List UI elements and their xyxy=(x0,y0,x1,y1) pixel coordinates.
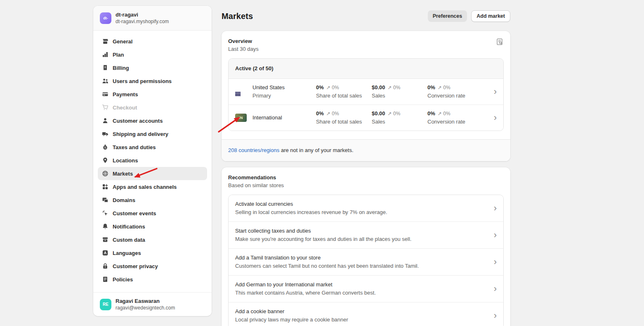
sidebar-item-label: Taxes and duties xyxy=(113,144,156,150)
chevron-right-icon: › xyxy=(489,88,497,95)
chevron-right-icon: › xyxy=(489,231,497,239)
recommendation-description: This market contains Austria, where Germ… xyxy=(235,289,489,297)
markets-globe-icon xyxy=(101,170,109,177)
stat-label: Conversion rate xyxy=(427,118,489,126)
sidebar-item-label: Customer privacy xyxy=(113,263,158,269)
sidebar-item-label: Customer events xyxy=(113,210,156,217)
stat-delta: 0% xyxy=(332,111,339,117)
recommendation-row-german-market[interactable]: Add German to your International market … xyxy=(229,275,503,302)
store-domain: dt-ragavi.myshopify.com xyxy=(116,18,169,25)
sidebar-item-label: Domains xyxy=(113,197,135,203)
sidebar-item-locations[interactable]: Locations xyxy=(98,154,207,167)
users-icon xyxy=(101,78,109,85)
person-icon xyxy=(101,117,109,124)
preferences-button[interactable]: Preferences xyxy=(428,10,467,22)
recommendation-title: Add a Tamil translation to your store xyxy=(235,254,489,262)
view-report-button[interactable] xyxy=(494,36,505,48)
sidebar-item-plan[interactable]: Plan xyxy=(98,48,207,61)
stat-share-of-sales: 0%↗ 0% Share of total sales xyxy=(316,83,372,100)
stat-delta: 0% xyxy=(443,85,450,90)
stat-sales: $0.00↗ 0% Sales xyxy=(372,83,427,100)
sidebar-item-taxes-duties[interactable]: Taxes and duties xyxy=(98,140,207,154)
increase-arrow-icon: ↗ xyxy=(326,111,330,117)
stat-label: Conversion rate xyxy=(427,92,489,100)
recommendations-card: Recommendations Based on similar stores … xyxy=(222,167,510,326)
sidebar-item-languages[interactable]: Languages xyxy=(98,246,207,259)
stat-conversion-rate: 0%↗ 0% Conversion rate xyxy=(427,109,489,126)
recommendation-title: Add a cookie banner xyxy=(235,307,489,316)
stat-value: $0.00 xyxy=(372,109,385,118)
bell-icon xyxy=(101,223,109,230)
sidebar-item-label: General xyxy=(113,38,132,45)
sidebar-item-users-permissions[interactable]: Users and permissions xyxy=(98,74,207,88)
sidebar-item-apps-sales-channels[interactable]: Apps and sales channels xyxy=(98,180,207,193)
sidebar-item-label: Plan xyxy=(113,52,124,58)
page-header: Markets Preferences Add market xyxy=(222,10,510,22)
stat-label: Share of total sales xyxy=(316,92,372,100)
sidebar-item-markets[interactable]: Markets xyxy=(98,167,207,180)
user-avatar: RE xyxy=(100,299,111,310)
sidebar-item-general[interactable]: General xyxy=(98,35,207,48)
sidebar-item-label: Shipping and delivery xyxy=(113,131,168,137)
recommendation-description: Make sure you're accounting for taxes an… xyxy=(235,235,489,243)
sidebar-item-notifications[interactable]: Notifications xyxy=(98,220,207,233)
market-name: United States xyxy=(252,83,316,92)
overview-subtitle: Last 30 days xyxy=(228,45,259,53)
languages-icon xyxy=(101,250,109,257)
recommendation-row-local-currencies[interactable]: Activate local currencies Selling in loc… xyxy=(229,195,503,221)
stat-value: 0% xyxy=(427,109,435,118)
active-markets-header: Active (2 of 50) xyxy=(229,59,503,79)
sidebar-item-custom-data[interactable]: Custom data xyxy=(98,233,207,246)
market-row-united-states[interactable]: United States Primary 0%↗ 0% Share of to… xyxy=(229,79,503,105)
recommendation-row-cookie-banner[interactable]: Add a cookie banner Local privacy laws m… xyxy=(229,302,503,326)
policies-document-icon xyxy=(101,276,109,283)
market-name: International xyxy=(252,114,316,122)
store-icon xyxy=(101,38,109,45)
increase-arrow-icon: ↗ xyxy=(388,111,392,117)
increase-arrow-icon: ↗ xyxy=(326,85,330,90)
chevron-right-icon: › xyxy=(489,312,497,319)
user-name: Ragavi Easwaran xyxy=(116,297,175,305)
sidebar-item-policies[interactable]: Policies xyxy=(98,273,207,286)
store-name: dt-ragavi xyxy=(116,11,169,18)
billing-icon xyxy=(101,64,109,71)
lock-icon xyxy=(101,263,109,270)
countries-regions-link[interactable]: 208 countries/regions xyxy=(228,147,279,153)
chevron-right-icon: › xyxy=(489,114,497,121)
stat-label: Sales xyxy=(372,118,427,126)
add-market-button[interactable]: Add market xyxy=(471,10,510,22)
sidebar-item-billing[interactable]: Billing xyxy=(98,61,207,74)
sidebar-item-checkout: Checkout xyxy=(98,101,207,114)
recommendations-list: Activate local currencies Selling in loc… xyxy=(228,195,504,326)
sidebar-item-label: Apps and sales channels xyxy=(113,184,177,190)
checkout-cart-icon xyxy=(101,104,109,111)
recommendation-row-tamil-translation[interactable]: Add a Tamil translation to your store Cu… xyxy=(229,248,503,275)
sidebar-item-shipping-delivery[interactable]: Shipping and delivery xyxy=(98,127,207,140)
stat-delta: 0% xyxy=(393,85,400,90)
recommendation-description: Customers can select Tamil but no conten… xyxy=(235,262,489,270)
stat-delta: 0% xyxy=(443,111,450,117)
custom-data-icon xyxy=(101,236,109,243)
plan-icon xyxy=(101,51,109,58)
recommendation-row-taxes-duties[interactable]: Start collecting taxes and duties Make s… xyxy=(229,221,503,248)
store-avatar: dt- xyxy=(100,12,111,24)
main-content: Markets Preferences Add market Overview … xyxy=(222,0,510,326)
sidebar-item-domains[interactable]: Domains xyxy=(98,193,207,207)
sidebar-item-payments[interactable]: Payments xyxy=(98,88,207,101)
sidebar-item-label: Customer accounts xyxy=(113,118,163,124)
sidebar-item-label: Users and permissions xyxy=(113,78,172,84)
market-subtitle: Primary xyxy=(252,92,316,100)
stat-label: Share of total sales xyxy=(316,118,372,126)
sidebar-item-label: Notifications xyxy=(113,224,145,230)
recommendations-title: Recommendations xyxy=(228,174,504,181)
settings-sidebar: dt- dt-ragavi dt-ragavi.myshopify.com Ge… xyxy=(93,6,212,316)
header-actions: Preferences Add market xyxy=(428,10,510,22)
sidebar-item-customer-events[interactable]: Customer events xyxy=(98,207,207,220)
store-header: dt- dt-ragavi dt-ragavi.myshopify.com xyxy=(93,6,212,31)
user-email: ragavi@wedesigntech.com xyxy=(116,305,175,311)
sidebar-item-customer-privacy[interactable]: Customer privacy xyxy=(98,259,207,273)
market-row-international[interactable]: IN International 0%↗ 0% Share of total s… xyxy=(229,105,503,131)
page-title: Markets xyxy=(222,12,253,21)
stat-value: 0% xyxy=(316,109,324,118)
sidebar-item-customer-accounts[interactable]: Customer accounts xyxy=(98,114,207,127)
